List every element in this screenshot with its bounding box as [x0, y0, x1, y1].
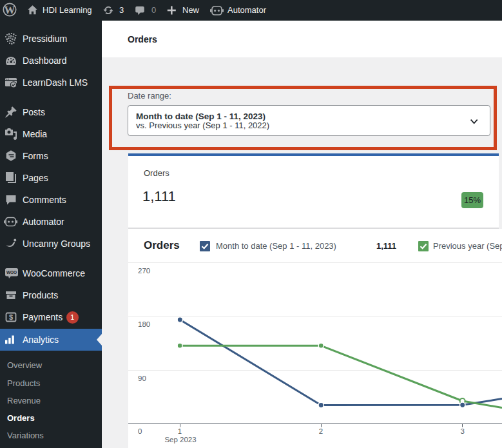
svg-text:$: $ — [9, 313, 13, 321]
svg-text:3: 3 — [460, 427, 464, 435]
svg-text:WOO: WOO — [6, 270, 17, 275]
svg-text:W: W — [5, 4, 15, 16]
svg-text:90: 90 — [138, 375, 146, 382]
svg-text:Sep 2023: Sep 2023 — [164, 436, 196, 443]
svg-text:180: 180 — [138, 320, 150, 328]
svg-text:1: 1 — [178, 427, 182, 435]
svg-text:270: 270 — [138, 267, 150, 275]
svg-text:0: 0 — [138, 427, 142, 435]
svg-text:2: 2 — [319, 427, 323, 435]
